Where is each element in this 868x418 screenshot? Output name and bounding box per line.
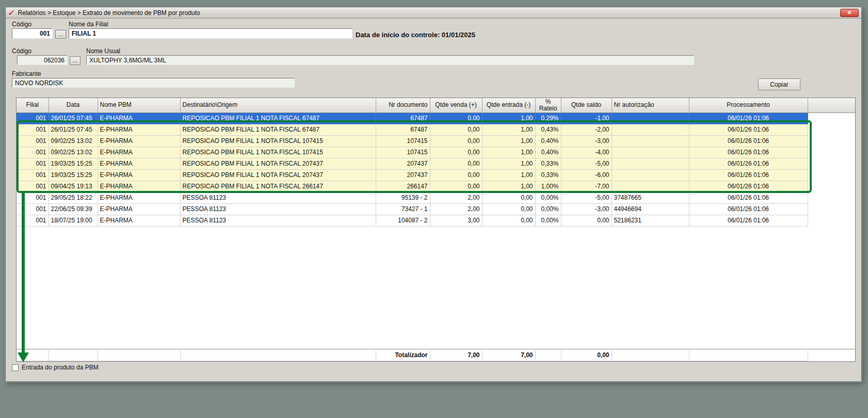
table-cell: 0,00 <box>430 135 482 147</box>
table-cell: E-PHARMA <box>98 158 180 169</box>
nome-usual-label: Nome Usual <box>86 47 120 55</box>
grid-header: FilialDataNome PBMDestinatário\OrigemNr … <box>17 98 855 112</box>
window-title: Relatórios > Estoque > Extrato de movime… <box>18 9 200 17</box>
table-cell: 52186231 <box>612 215 689 226</box>
table-cell: 001 <box>17 124 49 135</box>
codigo-filial-label: Código <box>12 21 31 28</box>
table-row[interactable]: 00109/04/25 19:13E-PHARMAREPOSICAO PBM F… <box>17 181 855 192</box>
table-row[interactable]: 00126/01/25 07:45E-PHARMAREPOSICAO PBM F… <box>17 112 855 124</box>
entrada-pbm-checkbox-row[interactable]: Entrada do produto da PBM <box>12 364 99 371</box>
table-cell: 107415 <box>376 147 430 158</box>
table-cell <box>808 192 855 203</box>
table-cell <box>612 169 689 181</box>
table-cell: E-PHARMA <box>98 181 180 192</box>
table-cell: 22/06/25 09:39 <box>49 203 98 215</box>
fabricante-field[interactable]: NOVO NORDISK <box>12 78 295 88</box>
table-cell: 2,00 <box>430 203 482 215</box>
codigo-filial-field[interactable]: 001 <box>12 28 53 39</box>
nome-filial-label: Nome da Filial <box>69 21 108 28</box>
table-cell: 0,33% <box>535 169 561 181</box>
table-cell: 37487665 <box>612 192 689 203</box>
table-cell: -1,00 <box>561 112 612 124</box>
entrada-pbm-checkbox[interactable] <box>12 364 19 371</box>
totalizer-body: Totalizador7,007,000,00 <box>17 349 855 361</box>
table-cell: 44946694 <box>612 203 689 215</box>
table-cell <box>808 147 855 158</box>
totalizer-cell <box>17 349 49 361</box>
table-row[interactable]: 00129/05/25 18:22E-PHARMAPESSOA 81123951… <box>17 192 855 203</box>
table-cell: E-PHARMA <box>98 124 180 135</box>
table-cell: 1,00% <box>535 181 561 192</box>
table-cell: -5,00 <box>561 158 612 169</box>
table-row[interactable]: 00119/03/25 15:25E-PHARMAREPOSICAO PBM F… <box>17 158 855 169</box>
table-cell: 73427 - 1 <box>376 203 430 215</box>
table-row[interactable]: 00109/02/25 13:02E-PHARMAREPOSICAO PBM F… <box>17 135 855 147</box>
titlebar[interactable]: ✓ Relatórios > Estoque > Extrato de movi… <box>6 7 861 19</box>
browse-filial-button[interactable]: ... <box>55 30 66 39</box>
table-cell: 0,40% <box>535 135 561 147</box>
table-cell: 06/01/26 01:06 <box>689 192 808 203</box>
table-cell: E-PHARMA <box>98 135 180 147</box>
table-cell: 09/04/25 19:13 <box>49 181 98 192</box>
fabricante-value: NOVO NORDISK <box>15 79 63 87</box>
table-cell: 06/01/26 01:06 <box>689 203 808 215</box>
totalizer-cell <box>98 349 180 361</box>
table-row[interactable]: 00119/03/25 15:25E-PHARMAREPOSICAO PBM F… <box>17 169 855 181</box>
table-cell: 001 <box>17 203 49 215</box>
nome-usual-field[interactable]: XULTOPHY 3,6MG/ML 3ML <box>86 55 694 65</box>
totalizer-cell: Totalizador <box>376 349 430 361</box>
app-icon: ✓ <box>8 9 15 17</box>
table-cell: 207437 <box>376 169 430 181</box>
codigo-produto-value: 062036 <box>44 57 65 64</box>
column-header[interactable]: Nr autorização <box>612 98 689 112</box>
data-inicio-controle-text: Data de início do controle: 01/01/2025 <box>356 31 475 39</box>
column-header[interactable]: Nr documento <box>376 98 430 112</box>
table-cell: 001 <box>17 192 49 203</box>
table-cell: 266147 <box>376 181 430 192</box>
table-cell <box>808 112 855 124</box>
table-cell: 001 <box>17 112 49 124</box>
totalizer-table: Totalizador7,007,000,00 <box>17 349 855 361</box>
table-cell: 0,00 <box>482 192 535 203</box>
browse-filial-label: ... <box>58 31 63 37</box>
column-header[interactable]: Qtde entrada (-) <box>482 98 535 112</box>
totalizer-cell <box>689 349 808 361</box>
totalizer-row: Totalizador7,007,000,00 <box>17 349 855 361</box>
table-cell: 001 <box>17 181 49 192</box>
table-row[interactable]: 00126/01/25 07:45E-PHARMAREPOSICAO PBM F… <box>17 124 855 135</box>
copiar-button[interactable]: Copiar <box>758 78 800 90</box>
table-cell: 0,00 <box>430 124 482 135</box>
column-header[interactable]: Filial <box>17 98 49 112</box>
column-header[interactable]: Processamento <box>689 98 808 112</box>
totalizer-cell: 7,00 <box>430 349 482 361</box>
close-button[interactable]: ✕ <box>840 9 859 17</box>
table-cell <box>612 181 689 192</box>
nome-filial-field[interactable]: FILIAL 1 <box>69 28 352 39</box>
table-row[interactable]: 00109/02/25 13:02E-PHARMAREPOSICAO PBM F… <box>17 147 855 158</box>
table-cell: 1,00 <box>482 147 535 158</box>
table-cell <box>612 147 689 158</box>
column-header[interactable]: Qtde venda (+) <box>430 98 482 112</box>
column-header[interactable]: Qtde saldo <box>561 98 612 112</box>
grid-empty-area <box>17 227 855 349</box>
totalizer-cell <box>612 349 689 361</box>
codigo-produto-field[interactable]: 062036 <box>17 55 68 65</box>
totalizer-cell <box>49 349 98 361</box>
column-header[interactable]: Destinatário\Origem <box>180 98 376 112</box>
table-cell: 0,00% <box>535 215 561 226</box>
totalizer-cell: 0,00 <box>561 349 612 361</box>
table-cell <box>612 124 689 135</box>
column-header[interactable]: Data <box>49 98 98 112</box>
column-header[interactable]: Nome PBM <box>98 98 180 112</box>
totalizer-cell <box>808 349 855 361</box>
table-cell: 0,00 <box>430 147 482 158</box>
table-row[interactable]: 00118/07/25 19:00E-PHARMAPESSOA 81123104… <box>17 215 855 226</box>
table-cell: 207437 <box>376 158 430 169</box>
browse-produto-button[interactable]: ... <box>70 56 81 65</box>
table-cell: 06/01/26 01:06 <box>689 158 808 169</box>
table-row[interactable]: 00122/06/25 09:39E-PHARMAPESSOA 81123734… <box>17 203 855 215</box>
column-header[interactable]: % Rateio <box>535 98 561 112</box>
nome-usual-value: XULTOPHY 3,6MG/ML 3ML <box>89 57 166 64</box>
totalizer-cell: 7,00 <box>482 349 535 361</box>
table-cell: 0,43% <box>535 124 561 135</box>
